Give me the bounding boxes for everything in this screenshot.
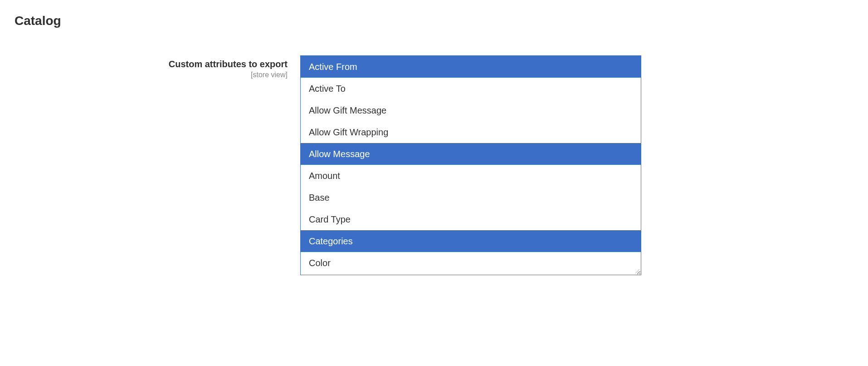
multiselect-option[interactable]: Allow Gift Message <box>301 99 641 121</box>
field-label: Custom attributes to export <box>15 58 288 70</box>
resize-handle-icon <box>634 268 640 274</box>
multiselect-option[interactable]: Color <box>301 252 641 274</box>
section-title: Catalog <box>15 14 853 28</box>
field-custom-attributes-export: Custom attributes to export [store view]… <box>15 55 853 275</box>
svg-line-0 <box>635 269 639 273</box>
multiselect-option[interactable]: Active From <box>301 56 641 78</box>
multiselect-option[interactable]: Allow Message <box>301 143 641 165</box>
multiselect-option[interactable]: Amount <box>301 165 641 187</box>
field-scope: [store view] <box>15 71 288 79</box>
multiselect-option[interactable]: Base <box>301 187 641 208</box>
svg-line-1 <box>637 271 639 273</box>
svg-line-2 <box>639 272 639 273</box>
multiselect-option[interactable]: Card Type <box>301 208 641 230</box>
multiselect-option[interactable]: Categories <box>301 230 641 252</box>
multiselect-option[interactable]: Allow Gift Wrapping <box>301 121 641 143</box>
custom-attributes-multiselect[interactable]: Active FromActive ToAllow Gift MessageAl… <box>300 55 641 275</box>
multiselect-option[interactable]: Active To <box>301 78 641 99</box>
